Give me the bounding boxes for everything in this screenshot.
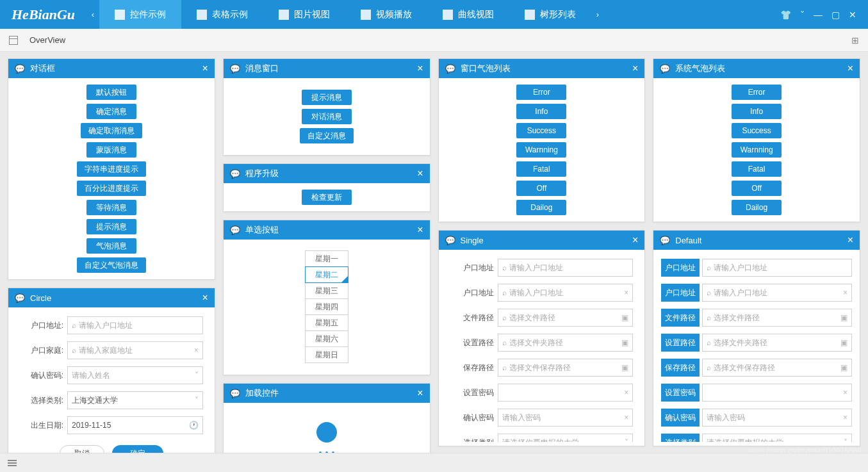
clear-icon[interactable]: × [843,413,848,422]
text-input[interactable]: ⌕选择文件保存路径▣ [702,359,852,377]
text-input[interactable]: 请选择你要申报的大学˅ [702,434,852,442]
card-close-icon[interactable]: × [632,63,638,74]
clear-icon[interactable]: × [843,388,848,397]
text-input[interactable]: ⌕选择文件夹路径▣ [498,334,634,352]
folder-icon[interactable]: ▣ [621,313,628,322]
action-button[interactable]: Dailog [732,200,782,215]
text-input[interactable]: × [498,384,634,402]
text-input[interactable]: ⌕选择文件夹路径▣ [702,334,852,352]
nav-tab[interactable]: 树形列表 [509,0,591,29]
action-button[interactable]: Off [732,181,782,196]
radio-option[interactable]: 星期三 [305,282,348,299]
action-button[interactable]: 默认按钮 [86,85,136,100]
text-input[interactable]: 请输入密码× [702,409,852,427]
action-button[interactable]: Info [732,104,782,119]
card-close-icon[interactable]: × [417,224,423,236]
minimize-icon[interactable]: — [814,10,823,20]
layout-icon[interactable] [9,36,18,45]
card-close-icon[interactable]: × [202,63,208,74]
text-input[interactable]: ⌕选择文件保存路径▣ [498,359,634,377]
folder-icon[interactable]: ▣ [840,338,848,347]
folder-icon[interactable]: ▣ [840,363,848,372]
card-close-icon[interactable]: × [848,234,853,246]
action-button[interactable]: Error [732,85,782,100]
text-input[interactable]: ⌕请输入户口地址× [702,284,852,302]
radio-option[interactable]: 星期四 [305,298,348,315]
text-input[interactable]: ⌕请输入户口地址 [67,316,203,334]
action-button[interactable]: 提示消息 [86,219,136,234]
action-button[interactable]: Fatal [516,161,566,177]
text-input[interactable]: ⌕选择文件路径▣ [702,309,852,327]
text-input[interactable]: 上海交通大学˅ [67,391,203,409]
text-input[interactable]: ⌕请输入户口地址 [702,259,852,277]
clock-icon[interactable]: 🕐 [189,421,199,430]
folder-icon[interactable]: ▣ [621,363,628,372]
dropdown-caret-icon[interactable]: ˅ [800,10,805,20]
cancel-button[interactable]: 取消 [60,445,104,453]
action-button[interactable]: 提示消息 [302,90,352,105]
action-button[interactable]: Warnning [732,142,782,158]
action-button[interactable]: 确定取消消息 [81,123,142,138]
text-input[interactable]: ⌕请输入家庭地址× [67,341,203,359]
card-close-icon[interactable]: × [417,168,423,179]
action-button[interactable]: 等待消息 [86,200,136,215]
action-button[interactable]: 百分比进度提示 [77,181,146,196]
chevron-down-icon[interactable]: ˅ [625,438,628,442]
card-close-icon[interactable]: × [848,63,853,74]
theme-icon[interactable]: 👕 [780,10,791,20]
text-input[interactable]: ⌕选择文件路径▣ [498,309,634,327]
text-input[interactable]: ⌕请输入户口地址 [498,259,634,277]
action-button[interactable]: Off [516,181,566,196]
card-close-icon[interactable]: × [202,292,208,304]
action-button[interactable]: 自定义消息 [300,128,354,143]
action-button[interactable]: 检查更新 [302,190,352,205]
windows-icon[interactable]: ⊞ [851,35,859,45]
card-close-icon[interactable]: × [417,387,423,399]
maximize-icon[interactable]: ▢ [831,10,840,20]
chevron-down-icon[interactable]: ˅ [844,438,848,442]
clear-icon[interactable]: × [624,413,628,422]
chevron-down-icon[interactable]: ˅ [195,371,199,380]
clear-icon[interactable]: × [624,288,628,297]
nav-tab[interactable]: 控件示例 [99,0,181,29]
action-button[interactable]: Warnning [516,142,566,158]
clear-icon[interactable]: × [624,388,628,397]
radio-option[interactable]: 星期二 [305,266,348,283]
action-button[interactable]: Fatal [732,161,782,177]
folder-icon[interactable]: ▣ [621,338,628,347]
action-button[interactable]: Info [516,104,566,119]
nav-tab[interactable]: 曲线视图 [427,0,509,29]
text-input[interactable]: ⌕请输入户口地址× [498,284,634,302]
text-input[interactable]: 请输入密码× [498,409,634,427]
chevron-down-icon[interactable]: ˅ [195,396,199,405]
action-button[interactable]: 自定义气泡消息 [77,257,146,273]
radio-option[interactable]: 星期日 [305,346,348,363]
ok-button[interactable]: 确定 [112,445,163,453]
action-button[interactable]: Success [516,123,566,138]
text-input[interactable]: 2019-11-15🕐 [67,416,203,434]
action-button[interactable]: 确定消息 [86,104,136,119]
action-button[interactable]: 蒙版消息 [86,142,136,158]
nav-next-icon[interactable]: › [591,10,604,19]
clear-icon[interactable]: × [194,346,199,355]
close-icon[interactable]: ✕ [849,10,856,20]
card-close-icon[interactable]: × [417,63,423,74]
radio-option[interactable]: 星期一 [305,250,348,267]
nav-prev-icon[interactable]: ‹ [86,10,99,19]
action-button[interactable]: Error [516,85,566,100]
folder-icon[interactable]: ▣ [840,313,848,322]
text-input[interactable]: × [702,384,852,402]
menu-icon[interactable] [8,459,17,468]
action-button[interactable]: Dailog [516,200,566,215]
nav-tab[interactable]: 图片视图 [263,0,345,29]
card-close-icon[interactable]: × [632,234,638,246]
text-input[interactable]: 请选择你要申报的大学˅ [498,434,634,442]
action-button[interactable]: Success [732,123,782,138]
action-button[interactable]: 对话消息 [302,109,352,124]
nav-tab[interactable]: 视频播放 [345,0,427,29]
clear-icon[interactable]: × [843,288,848,297]
nav-tab[interactable]: 表格示例 [181,0,263,29]
radio-option[interactable]: 星期六 [305,330,348,347]
text-input[interactable]: 请输入姓名˅ [67,366,203,384]
action-button[interactable]: 字符串进度提示 [77,161,146,177]
